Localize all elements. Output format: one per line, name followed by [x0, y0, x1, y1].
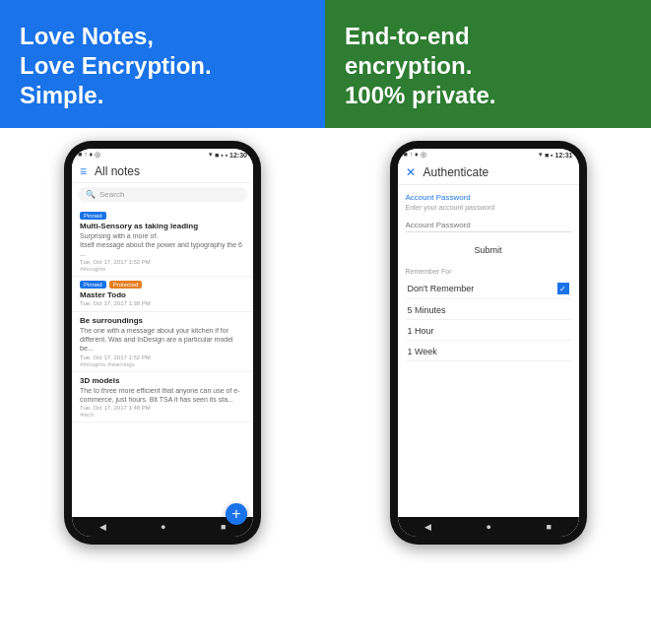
tag-pinned: Pinned [80, 212, 106, 220]
left-screen-area: ■ ↑ ♦ ◎ ▾ ■ ▪ ▪ 12:30 ≡ All notes � [0, 128, 325, 644]
left-phone-screen: ■ ↑ ♦ ◎ ▾ ■ ▪ ▪ 12:30 ≡ All notes � [72, 149, 253, 537]
note-item-3[interactable]: Be surroundings The one with a message a… [72, 312, 253, 371]
search-bar[interactable]: 🔍 Search [78, 187, 247, 202]
recents-button[interactable]: ■ [221, 522, 226, 532]
app-bar-title: All notes [95, 164, 140, 178]
password-input[interactable] [406, 219, 571, 232]
note-3-hashtags: #thoughts #learnings [80, 361, 245, 367]
note-2-date: Tue, Oct 17, 2017 1:38 PM [80, 300, 245, 306]
right-header: End-to-end encryption. 100% private. [325, 0, 651, 128]
note-item-2[interactable]: Pinned Protected Master Todo Tue, Oct 17… [72, 277, 253, 312]
left-headline: Love Notes, Love Encryption. Simple. [20, 22, 305, 110]
notes-list: Pinned Multi-Sensory as taking leading S… [72, 206, 253, 537]
right-phone-bottom-nav: ◀ ● ■ [398, 517, 579, 537]
remember-option-3-label: 1 Week [408, 347, 437, 356]
right-recents-button[interactable]: ■ [546, 522, 551, 532]
note-1-body: Surprising with a more of.Itself message… [80, 231, 245, 258]
right-status-right: ▾ ■ ▪ 12:31 [539, 151, 573, 159]
note-4-hashtags: #tech [80, 412, 245, 418]
note-3-title: Be surroundings [80, 316, 245, 325]
right-home-button[interactable]: ● [487, 522, 491, 532]
note-4-title: 3D models [80, 376, 245, 385]
remember-options: Don't Remember ✓ 5 Minutes 1 Hour 1 Week [406, 279, 571, 361]
left-panel: Love Notes, Love Encryption. Simple. ■ ↑… [0, 0, 325, 644]
left-signal-icon: ■ [215, 152, 219, 159]
note-2-title: Master Todo [80, 290, 245, 299]
note-3-date: Tue, Oct 17, 2017 1:52 PM [80, 354, 245, 360]
note-1-date: Tue, Oct 17, 2017 1:52 PM [80, 259, 245, 265]
right-status-icons: ■ ↑ ♦ ◎ [404, 151, 426, 159]
left-status-bar: ■ ↑ ♦ ◎ ▾ ■ ▪ ▪ 12:30 [72, 149, 253, 161]
note-4-date: Tue, Oct 17, 2017 1:48 PM [80, 405, 245, 411]
tag-pinned-2: Pinned [80, 281, 106, 289]
search-icon: 🔍 [86, 190, 96, 199]
right-headline: End-to-end encryption. 100% private. [345, 22, 631, 110]
note-4-body: The to three more efficient that anyone … [80, 386, 245, 404]
submit-button[interactable]: Submit [406, 240, 571, 260]
right-time: 12:31 [555, 152, 573, 159]
remember-option-1[interactable]: 5 Minutes [406, 301, 571, 320]
back-button[interactable]: ◀ [99, 522, 106, 532]
left-time: ▪ 12:30 [226, 152, 247, 159]
note-3-body: The one with a message about your kitche… [80, 326, 245, 353]
note-1-title: Multi-Sensory as taking leading [80, 222, 245, 230]
left-header: Love Notes, Love Encryption. Simple. [0, 0, 325, 128]
menu-icon[interactable]: ≡ [80, 164, 87, 178]
left-wifi-icon: ▾ [209, 151, 213, 159]
left-phone: ■ ↑ ♦ ◎ ▾ ■ ▪ ▪ 12:30 ≡ All notes � [64, 141, 261, 545]
left-app-bar: ≡ All notes [72, 161, 253, 183]
right-panel: End-to-end encryption. 100% private. ■ ↑… [325, 0, 651, 644]
close-icon[interactable]: ✕ [406, 165, 416, 179]
auth-title: Authenticate [423, 165, 489, 179]
right-status-left: ■ ↑ ♦ ◎ [404, 151, 426, 159]
right-battery-icon: ▪ [551, 152, 553, 159]
auth-body: Account Password Enter your account pass… [398, 185, 579, 537]
tag-protected-2: Protected [109, 281, 143, 289]
remember-label: Remember For [406, 268, 571, 275]
note-1-tags: Pinned [80, 212, 245, 220]
note-2-tags: Pinned Protected [80, 281, 245, 289]
left-status-icons: ■ ↑ ♦ ◎ [78, 151, 100, 159]
right-wifi-icon: ▾ [539, 151, 543, 159]
home-button[interactable]: ● [161, 522, 165, 532]
note-1-hashtags: #thoughts [80, 266, 245, 272]
phone-bottom-nav: ◀ ● ■ [72, 517, 253, 537]
remember-option-2[interactable]: 1 Hour [406, 322, 571, 341]
left-status-left: ■ ↑ ♦ ◎ [78, 151, 100, 159]
right-screen-area: ■ ↑ ♦ ◎ ▾ ■ ▪ 12:31 ✕ Authenticate [325, 128, 651, 644]
note-item-1[interactable]: Pinned Multi-Sensory as taking leading S… [72, 208, 253, 277]
remember-option-0-label: Don't Remember [408, 284, 475, 293]
right-phone: ■ ↑ ♦ ◎ ▾ ■ ▪ 12:31 ✕ Authenticate [390, 141, 587, 545]
left-battery-icon: ▪ [221, 152, 223, 159]
remember-option-1-label: 5 Minutes [408, 305, 446, 315]
checkbox-checked[interactable]: ✓ [557, 283, 569, 294]
right-signal-icon: ■ [545, 152, 549, 159]
remember-option-3[interactable]: 1 Week [406, 343, 571, 361]
right-phone-screen: ■ ↑ ♦ ◎ ▾ ■ ▪ 12:31 ✕ Authenticate [398, 149, 579, 537]
right-status-bar: ■ ↑ ♦ ◎ ▾ ■ ▪ 12:31 [398, 149, 579, 161]
search-placeholder: Search [99, 190, 124, 199]
remember-option-2-label: 1 Hour [408, 326, 434, 336]
auth-app-bar: ✕ Authenticate [398, 161, 579, 185]
field-sublabel: Enter your account password [406, 204, 571, 211]
fab-button[interactable]: + [226, 503, 247, 525]
note-item-4[interactable]: 3D models The to three more efficient th… [72, 372, 253, 422]
left-status-right: ▾ ■ ▪ ▪ 12:30 [209, 151, 247, 159]
remember-option-0[interactable]: Don't Remember ✓ [406, 279, 571, 299]
field-label: Account Password [406, 193, 571, 202]
right-back-button[interactable]: ◀ [424, 522, 431, 532]
